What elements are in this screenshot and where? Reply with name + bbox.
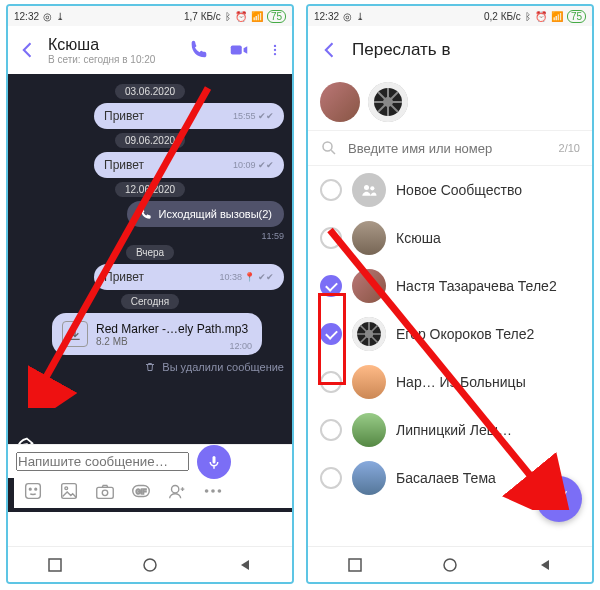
avatar[interactable] (320, 82, 360, 122)
attachment-toolbar: GIF (14, 473, 294, 508)
svg-rect-17 (213, 456, 216, 464)
status-icon: ⤓ (356, 11, 364, 22)
svg-point-29 (370, 186, 374, 190)
avatar[interactable] (368, 82, 408, 122)
status-net: 0,2 КБ/с (484, 11, 521, 22)
svg-point-6 (35, 488, 37, 490)
svg-point-10 (102, 490, 108, 496)
svg-point-13 (172, 486, 179, 493)
video-call-button[interactable] (228, 39, 250, 61)
avatar (352, 365, 386, 399)
list-item[interactable]: Ксюша (308, 214, 592, 262)
android-navbar (308, 546, 592, 582)
voice-call-button[interactable] (188, 39, 210, 61)
list-item[interactable]: Липницкий Леш… (308, 406, 592, 454)
file-message[interactable]: Red Marker -…ely Path.mp3 8.2 MB 12:00 (52, 313, 262, 355)
gif-icon[interactable]: GIF (130, 480, 152, 502)
more-button[interactable] (268, 39, 282, 61)
outgoing-call-chip[interactable]: Исходящий вызовы(2) (127, 201, 284, 227)
svg-point-3 (274, 53, 276, 55)
nav-home[interactable] (443, 558, 457, 572)
status-net: 1,7 КБ/с (184, 11, 221, 22)
checkbox[interactable] (320, 467, 342, 489)
bluetooth-icon: ᛒ (525, 11, 531, 22)
svg-rect-37 (349, 559, 361, 571)
forward-header: Переслать в (308, 26, 592, 74)
statusbar: 12:32 ◎ ⤓ 1,7 КБ/с ᛒ ⏰ 📶 75 (8, 6, 292, 26)
svg-rect-4 (26, 484, 41, 499)
avatar (352, 413, 386, 447)
nav-back[interactable] (238, 558, 252, 572)
svg-point-38 (444, 559, 456, 571)
checkbox[interactable] (320, 371, 342, 393)
phone-chat-screen: 12:32 ◎ ⤓ 1,7 КБ/с ᛒ ⏰ 📶 75 Ксюша В сети… (6, 4, 294, 584)
nav-recent[interactable] (348, 558, 362, 572)
message-out[interactable]: Привет10:38 📍 ✔✔ (94, 264, 284, 290)
community-icon (352, 173, 386, 207)
wifi-icon: 📶 (551, 11, 563, 22)
bluetooth-icon: ᛒ (225, 11, 231, 22)
wifi-icon: 📶 (251, 11, 263, 22)
svg-point-1 (274, 45, 276, 47)
more-attach-icon[interactable] (202, 480, 224, 502)
sticker-icon[interactable] (22, 480, 44, 502)
status-time: 12:32 (314, 11, 339, 22)
selection-counter: 2/10 (559, 142, 580, 154)
nav-recent[interactable] (48, 558, 62, 572)
svg-point-19 (144, 559, 156, 571)
avatar (352, 317, 386, 351)
forward-title: Переслать в (352, 40, 450, 60)
nav-home[interactable] (143, 558, 157, 572)
phone-forward-screen: 12:32 ◎ ⤓ 0,2 КБ/с ᛒ ⏰ 📶 75 Переслать в … (306, 4, 594, 584)
alarm-icon: ⏰ (235, 11, 247, 22)
battery-icon: 75 (267, 10, 286, 23)
message-out[interactable]: Привет15:55 ✔✔ (94, 103, 284, 129)
list-item[interactable]: Егор Окороков Теле2 (308, 310, 592, 358)
contact-list[interactable]: Новое Сообщество Ксюша Настя Тазарачева … (308, 166, 592, 502)
checkbox-checked[interactable] (320, 275, 342, 297)
date-pill: 09.06.2020 (115, 133, 185, 148)
battery-icon: 75 (567, 10, 586, 23)
message-input[interactable] (16, 452, 189, 471)
back-button[interactable] (320, 40, 340, 60)
checkbox[interactable] (320, 227, 342, 249)
send-button[interactable] (536, 476, 582, 522)
list-item[interactable]: Нар… Из Больницы (308, 358, 592, 406)
status-icon: ⤓ (56, 11, 64, 22)
avatar (352, 461, 386, 495)
chat-name[interactable]: Ксюша (48, 36, 170, 54)
checkbox-checked[interactable] (320, 323, 342, 345)
gallery-icon[interactable] (58, 480, 80, 502)
svg-point-2 (274, 49, 276, 51)
deleted-message: Вы удалили сообщение (144, 361, 284, 373)
avatar (352, 269, 386, 303)
svg-point-14 (205, 489, 209, 493)
camera-icon[interactable] (94, 480, 116, 502)
date-pill: Вчера (126, 245, 174, 260)
status-time: 12:32 (14, 11, 39, 22)
svg-point-16 (218, 489, 222, 493)
selected-recipients (308, 74, 592, 130)
svg-rect-0 (231, 45, 242, 54)
mic-button[interactable] (197, 445, 231, 479)
nav-back[interactable] (538, 558, 552, 572)
file-name: Red Marker -…ely Path.mp3 (96, 322, 248, 336)
svg-point-15 (211, 489, 215, 493)
svg-rect-9 (97, 487, 114, 498)
checkbox[interactable] (320, 179, 342, 201)
list-item[interactable]: Новое Сообщество (308, 166, 592, 214)
chat-status: В сети: сегодня в 10:20 (48, 54, 170, 65)
search-input[interactable] (348, 141, 549, 156)
svg-point-8 (65, 487, 68, 490)
svg-point-27 (323, 142, 332, 151)
list-item[interactable]: Настя Тазарачева Теле2 (308, 262, 592, 310)
svg-rect-18 (49, 559, 61, 571)
mention-icon[interactable] (166, 480, 188, 502)
alarm-icon: ⏰ (535, 11, 547, 22)
checkbox[interactable] (320, 419, 342, 441)
message-out[interactable]: Привет10:09 ✔✔ (94, 152, 284, 178)
date-pill: Сегодня (121, 294, 179, 309)
download-icon[interactable] (62, 321, 88, 347)
back-button[interactable] (18, 40, 38, 60)
statusbar: 12:32 ◎ ⤓ 0,2 КБ/с ᛒ ⏰ 📶 75 (308, 6, 592, 26)
